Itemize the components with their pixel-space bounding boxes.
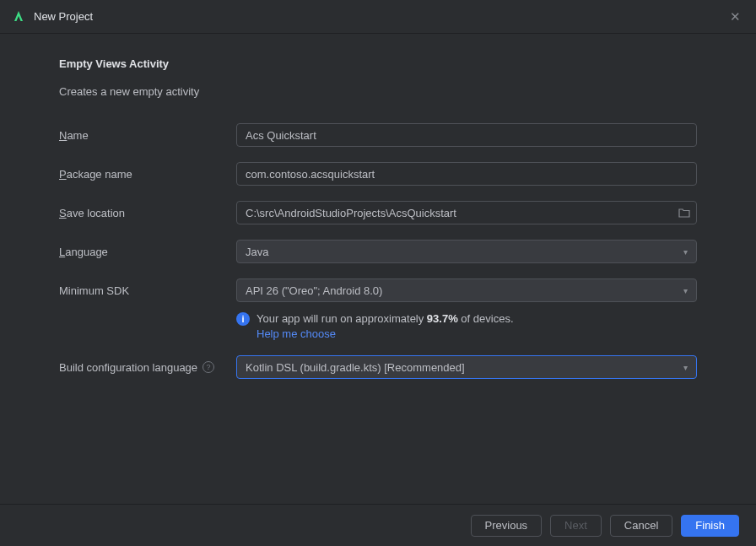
package-input[interactable] bbox=[236, 162, 697, 186]
title-bar: New Project ✕ bbox=[0, 0, 756, 34]
info-icon: i bbox=[236, 312, 250, 326]
page-description: Creates a new empty activity bbox=[59, 85, 697, 98]
device-coverage-text: Your app will run on approximately 93.7%… bbox=[256, 312, 514, 325]
package-row: Package name bbox=[59, 162, 697, 186]
help-choose-link[interactable]: Help me choose bbox=[256, 327, 514, 340]
name-row: Name bbox=[59, 123, 697, 147]
save-location-input[interactable] bbox=[236, 201, 697, 224]
build-config-select[interactable]: Kotlin DSL (build.gradle.kts) [Recommend… bbox=[236, 355, 697, 379]
build-config-row: Build configuration language ? Kotlin DS… bbox=[59, 355, 697, 379]
min-sdk-value: API 26 ("Oreo"; Android 8.0) bbox=[246, 284, 382, 297]
min-sdk-row: Minimum SDK API 26 ("Oreo"; Android 8.0)… bbox=[59, 278, 697, 302]
min-sdk-label: Minimum SDK bbox=[59, 284, 236, 297]
previous-button[interactable]: Previous bbox=[471, 515, 543, 537]
build-config-value: Kotlin DSL (build.gradle.kts) [Recommend… bbox=[246, 361, 465, 374]
language-row: Language Java ▾ bbox=[59, 240, 697, 263]
build-config-label: Build configuration language ? bbox=[59, 361, 236, 374]
help-icon[interactable]: ? bbox=[202, 361, 214, 373]
window-title: New Project bbox=[34, 10, 93, 23]
chevron-down-icon: ▾ bbox=[683, 247, 688, 257]
language-select[interactable]: Java ▾ bbox=[236, 240, 697, 263]
next-button: Next bbox=[550, 515, 602, 537]
finish-button[interactable]: Finish bbox=[681, 515, 739, 537]
min-sdk-info: i Your app will run on approximately 93.… bbox=[59, 312, 697, 340]
wizard-content: Empty Views Activity Creates a new empty… bbox=[0, 34, 756, 379]
android-studio-icon bbox=[12, 10, 25, 24]
chevron-down-icon: ▾ bbox=[683, 286, 688, 295]
name-input[interactable] bbox=[236, 123, 697, 147]
button-bar: Previous Next Cancel Finish bbox=[0, 504, 756, 546]
cancel-button[interactable]: Cancel bbox=[610, 515, 672, 537]
folder-browse-icon[interactable] bbox=[678, 208, 690, 218]
close-icon[interactable]: ✕ bbox=[726, 6, 744, 28]
save-location-row: Save location bbox=[59, 201, 697, 224]
package-label: Package name bbox=[59, 168, 236, 181]
page-title: Empty Views Activity bbox=[59, 57, 697, 70]
chevron-down-icon: ▾ bbox=[683, 363, 688, 372]
save-location-label: Save location bbox=[59, 207, 236, 219]
language-label: Language bbox=[59, 246, 236, 258]
name-label: Name bbox=[59, 129, 236, 142]
language-value: Java bbox=[246, 246, 268, 258]
min-sdk-select[interactable]: API 26 ("Oreo"; Android 8.0) ▾ bbox=[236, 278, 697, 302]
